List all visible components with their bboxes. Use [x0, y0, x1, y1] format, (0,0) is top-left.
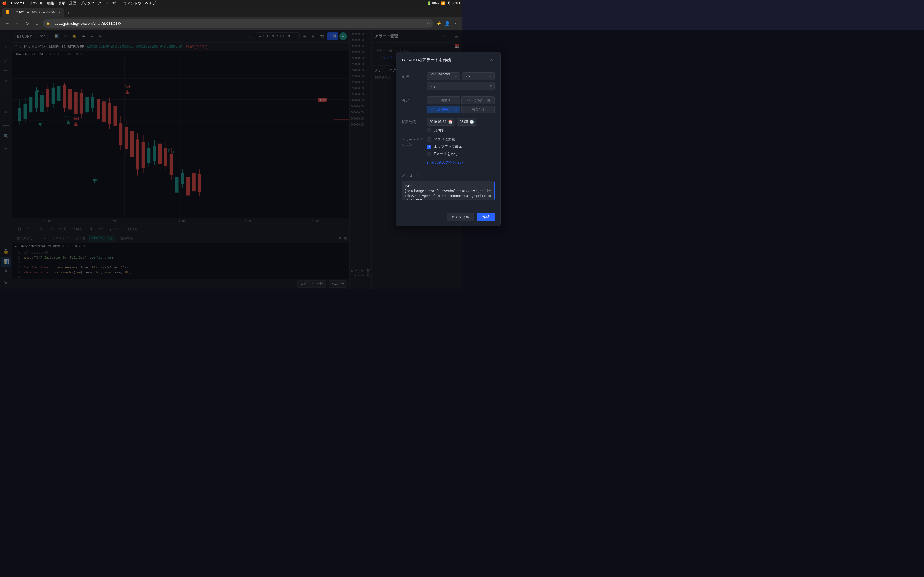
condition-row: 条件 SMA Indicator f... ▼ Buy ▼ — [402, 72, 462, 92]
settings-bar-close-btn[interactable]: バー終値毎に一回 — [427, 105, 460, 113]
actions-label: アラートアクション — [402, 137, 424, 158]
tab-title: BTCJPY: 593965.00 ▼-0.02% — [11, 10, 56, 14]
forward-button[interactable]: → — [13, 19, 21, 27]
menu-user[interactable]: ユーザー — [105, 1, 120, 6]
popup-label: ポップアップ表示 — [434, 144, 462, 149]
email-row: Eメールを送付 — [427, 152, 462, 156]
menu-right: 🔋 80% 📶 月 23:09 — [427, 1, 460, 5]
lock-icon: 🔒 — [46, 21, 50, 25]
tab-favicon: ₿ — [5, 10, 9, 14]
home-button[interactable]: ⌂ — [33, 19, 41, 27]
unlimited-label: 無期限 — [434, 128, 444, 133]
nav-right-icons: ⚡ 👤 ⋮ — [436, 20, 459, 27]
extensions-icon[interactable]: ⚡ — [436, 20, 442, 27]
condition-select-row-2: Buy ▼ — [427, 82, 462, 90]
settings-controls: 一回限り バーにつき一回 バー終値毎に一回 毎分1回 — [427, 97, 462, 113]
condition-select-1-arrow: ▼ — [455, 75, 457, 78]
unlimited-row: 無期限 — [427, 128, 462, 133]
wifi-icon: 📶 — [441, 2, 445, 5]
menu-items: ファイル 編集 表示 履歴 ブックマーク ユーザー ウィンドウ ヘルプ — [29, 1, 156, 6]
condition-select-1[interactable]: SMA Indicator f... ▼ — [427, 72, 460, 80]
profile-icon[interactable]: 👤 — [444, 20, 451, 27]
menu-view[interactable]: 表示 — [58, 1, 65, 6]
condition-label: 条件 — [402, 72, 424, 79]
modal-header: BTCJPYのアラートを作成 × — [396, 52, 462, 68]
actions-controls: アプリに通知 ポップアップ表示 Eメールを送付 — [427, 137, 462, 158]
tab-close-button[interactable]: × — [58, 10, 60, 15]
email-checkbox[interactable] — [427, 152, 431, 156]
more-actions-label: その他のアクション — [431, 160, 462, 165]
url-text: https://jp.tradingview.com/chart/zb03ECS… — [53, 21, 425, 26]
menu-file[interactable]: ファイル — [29, 1, 43, 6]
condition-select-1-value: SMA Indicator f... — [430, 72, 454, 80]
time-value: 23:05 — [460, 120, 462, 124]
calendar-input-icon: 📅 — [448, 120, 452, 124]
condition-select-row-1: SMA Indicator f... ▼ Buy ▼ — [427, 72, 462, 80]
modal-title: BTCJPYのアラートを作成 — [402, 57, 462, 63]
address-bar[interactable]: 🔒 https://jp.tradingview.com/chart/zb03E… — [43, 19, 433, 28]
menu-bookmarks[interactable]: ブックマーク — [80, 1, 102, 6]
settings-grid: 一回限り バーにつき一回 バー終値毎に一回 毎分1回 — [427, 97, 462, 113]
menu-help[interactable]: ヘルプ — [145, 1, 156, 6]
modal-body: 条件 SMA Indicator f... ▼ Buy ▼ — [396, 68, 462, 209]
settings-row: 設定 一回限り バーにつき一回 バー終値毎に一回 毎分1回 — [402, 97, 462, 113]
menu-dots-icon[interactable]: ⋮ — [452, 20, 459, 27]
new-tab-button[interactable]: + — [65, 9, 73, 17]
modal-overlay: BTCJPYのアラートを作成 × 条件 SMA Indicator f... ▼… — [0, 30, 462, 288]
settings-per-minute-btn[interactable]: 毎分1回 — [462, 105, 462, 113]
modal-footer: キャンセル 作成 — [396, 209, 462, 226]
star-icon[interactable]: ☆ — [427, 21, 430, 26]
refresh-button[interactable]: ↻ — [23, 19, 31, 27]
time-display: 月 23:09 — [447, 1, 460, 5]
condition-controls: SMA Indicator f... ▼ Buy ▼ Buy ▼ — [427, 72, 462, 92]
menu-window[interactable]: ウィンドウ — [123, 1, 141, 6]
browser-tab[interactable]: ₿ BTCJPY: 593965.00 ▼-0.02% × — [2, 8, 64, 17]
date-input[interactable]: 2019-05-31 📅 — [427, 118, 455, 126]
popup-checkbox[interactable] — [427, 145, 431, 149]
app-notify-label: アプリに通知 — [434, 137, 455, 142]
email-label: Eメールを送付 — [434, 152, 457, 156]
expiry-label: 期限時間 — [402, 118, 424, 124]
actions-label-row: アラートアクション アプリに通知 ポップアップ表示 Eメールを送付 — [402, 137, 462, 158]
battery-icon: 🔋 80% — [427, 2, 439, 5]
date-value: 2019-05-31 — [430, 120, 446, 124]
condition-select-3-value: Buy — [430, 84, 435, 88]
expiry-controls: 2019-05-31 📅 23:05 🕐 無期限 — [427, 118, 462, 133]
app-notify-checkbox[interactable] — [427, 137, 431, 142]
unlimited-checkbox[interactable] — [427, 128, 431, 132]
back-button[interactable]: ← — [3, 19, 11, 27]
menu-bar: 🍎 Chrome ファイル 編集 表示 履歴 ブックマーク ユーザー ウィンドウ… — [0, 0, 462, 6]
nav-bar: ← → ↻ ⌂ 🔒 https://jp.tradingview.com/cha… — [0, 17, 462, 30]
message-textarea[interactable]: TVM: {"exchange":"zaif","symbol":"BTC/JP… — [402, 181, 462, 200]
cancel-button[interactable]: キャンセル — [447, 213, 462, 221]
settings-label: 設定 — [402, 97, 424, 103]
message-row: メッセージ TVM: {"exchange":"zaif","symbol":"… — [402, 173, 462, 200]
settings-per-bar-btn[interactable]: バーにつき一回 — [462, 97, 462, 105]
tab-bar: ₿ BTCJPY: 593965.00 ▼-0.02% × + — [0, 6, 462, 17]
more-actions-toggle[interactable]: ▶ その他のアクション — [427, 160, 462, 165]
menu-history[interactable]: 履歴 — [69, 1, 76, 6]
create-alert-modal: BTCJPYのアラートを作成 × 条件 SMA Indicator f... ▼… — [396, 52, 462, 226]
popup-row: ポップアップ表示 — [427, 144, 462, 149]
browser-chrome: ₿ BTCJPY: 593965.00 ▼-0.02% × + ← → ↻ ⌂ … — [0, 6, 462, 30]
expiry-row: 期限時間 2019-05-31 📅 23:05 🕐 — [402, 118, 462, 133]
app-name: Chrome — [11, 1, 24, 5]
app-notify-row: アプリに通知 — [427, 137, 462, 142]
more-actions-chevron: ▶ — [427, 161, 429, 164]
actions-row: アラートアクション アプリに通知 ポップアップ表示 Eメールを送付 — [402, 137, 462, 168]
time-input[interactable]: 23:05 🕐 — [457, 118, 462, 126]
menu-edit[interactable]: 編集 — [47, 1, 54, 6]
settings-once-btn[interactable]: 一回限り — [427, 97, 460, 105]
apple-logo[interactable]: 🍎 — [2, 1, 6, 5]
message-label: メッセージ — [402, 173, 420, 178]
datetime-row: 2019-05-31 📅 23:05 🕐 — [427, 118, 462, 126]
condition-select-3[interactable]: Buy ▼ — [427, 82, 462, 90]
